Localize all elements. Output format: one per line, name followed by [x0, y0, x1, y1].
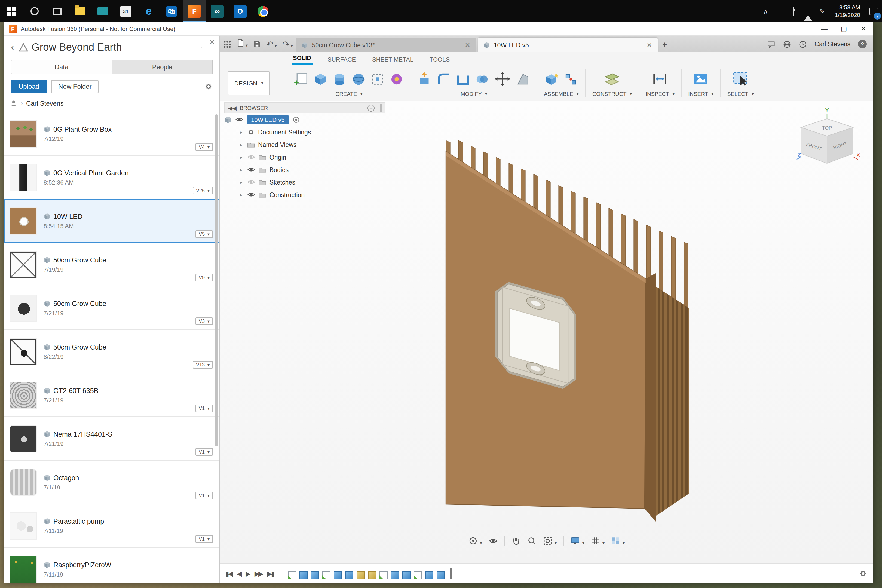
shell-icon[interactable] — [456, 72, 470, 86]
orbit-tool[interactable]: ▾ — [468, 536, 482, 545]
close-tab-icon[interactable]: ✕ — [647, 41, 652, 49]
version-dropdown[interactable]: V4▾ — [195, 143, 213, 151]
version-dropdown[interactable]: V1▾ — [195, 448, 213, 456]
browser-row-bodies[interactable]: ▸ Bodies — [224, 164, 386, 176]
browser-row-sketches[interactable]: ▸ Sketches — [224, 176, 386, 188]
inspect-menu[interactable]: INSPECT▾ — [645, 91, 675, 97]
task-view-button[interactable] — [46, 0, 69, 22]
list-item[interactable]: 50cm Grow Cube7/21/19 V3▾ — [4, 286, 219, 330]
teams-button[interactable]: ∞ — [206, 0, 229, 22]
timeline-position-marker[interactable] — [450, 568, 452, 579]
version-dropdown[interactable]: V5▾ — [195, 230, 213, 238]
back-arrow-icon[interactable]: ‹ — [8, 42, 17, 53]
file-explorer-button[interactable] — [69, 0, 92, 22]
chrome-button[interactable] — [252, 0, 274, 22]
fillet-icon[interactable] — [436, 72, 452, 86]
eye-icon[interactable] — [247, 165, 255, 174]
move-copy-icon[interactable] — [494, 70, 511, 88]
expander-icon[interactable]: ▸ — [238, 192, 244, 197]
timeline-fillet-feature[interactable] — [368, 571, 376, 579]
pan-tool[interactable] — [512, 536, 521, 545]
select-tool-icon[interactable] — [732, 70, 749, 88]
construct-menu[interactable]: CONSTRUCT▾ — [592, 91, 632, 97]
version-dropdown[interactable]: V1▾ — [195, 492, 213, 499]
store-button[interactable]: 🛍 — [160, 0, 183, 22]
activate-component-icon[interactable] — [292, 116, 300, 123]
list-item[interactable]: 0G Plant Grow Box7/12/19 V4▾ — [4, 112, 219, 156]
timeline-extrude-feature[interactable] — [425, 571, 433, 579]
list-item[interactable]: Nema 17HS4401-S7/21/19 V1▾ — [4, 417, 219, 460]
edge-button[interactable]: e — [137, 0, 160, 22]
account-user-name[interactable]: Carl Stevens — [814, 41, 850, 47]
create-sketch-icon[interactable] — [294, 72, 309, 86]
timeline-extrude-feature[interactable] — [391, 571, 399, 579]
help-icon[interactable]: ? — [858, 40, 867, 48]
maximize-button[interactable]: ▢ — [834, 22, 854, 35]
grid-and-snaps[interactable]: ▾ — [591, 536, 604, 545]
timeline-play-button[interactable]: ▶ — [246, 570, 249, 578]
list-item[interactable]: 50cm Grow Cube7/19/19 V9▾ — [4, 243, 219, 286]
design-dropdown[interactable]: DESIGN▾ — [228, 71, 270, 95]
tab-sheet-metal[interactable]: SHEET METAL — [371, 54, 414, 65]
list-item[interactable]: RaspberryPiZeroW7/11/19 — [4, 548, 219, 583]
select-menu[interactable]: SELECT▾ — [727, 91, 754, 97]
comments-icon[interactable] — [767, 40, 775, 48]
expander-icon[interactable]: ▸ — [238, 154, 244, 160]
timeline-sketch-feature[interactable] — [414, 571, 422, 579]
panel-settings-gear-icon[interactable] — [204, 82, 213, 91]
version-dropdown[interactable]: V1▾ — [195, 405, 213, 412]
box-icon[interactable] — [313, 72, 328, 86]
combine-icon[interactable] — [475, 72, 489, 86]
document-tab-active[interactable]: 10W LED v5 ✕ — [478, 38, 658, 52]
view-cube[interactable]: Y TOP FRONT RIGHT Z X — [796, 107, 861, 168]
browser-row-construction[interactable]: ▸ Construction — [224, 188, 386, 201]
timeline-sketch-feature[interactable] — [322, 571, 330, 579]
list-item[interactable]: 50cm Grow Cube8/22/19 V13▾ — [4, 330, 219, 374]
file-menu[interactable]: ▾ — [237, 39, 248, 49]
search-button[interactable] — [23, 0, 46, 22]
browser-row-document-settings[interactable]: ▸ Document Settings — [224, 126, 386, 138]
zoom-tool[interactable] — [527, 536, 537, 545]
tab-people[interactable]: People — [112, 60, 212, 74]
new-folder-button[interactable]: New Folder — [51, 80, 99, 93]
timeline-sketch-feature[interactable] — [379, 571, 387, 579]
tab-data[interactable]: Data — [11, 60, 112, 74]
expander-icon[interactable]: ▸ — [238, 179, 244, 185]
version-dropdown[interactable]: V9▾ — [195, 274, 213, 282]
minimize-button[interactable]: — — [814, 22, 834, 35]
new-component-icon[interactable] — [544, 72, 559, 86]
outlook-button[interactable]: O — [229, 0, 252, 22]
browser-root-row[interactable]: 10W LED v5 — [224, 113, 386, 126]
close-tab-icon[interactable]: ✕ — [465, 41, 470, 49]
expander-icon[interactable]: ▸ — [238, 142, 244, 147]
taskbar-clock[interactable]: 8:58 AM 1/19/2020 — [835, 4, 860, 18]
viewports-layout[interactable]: ▾ — [611, 536, 625, 545]
root-component-name[interactable]: 10W LED v5 — [247, 115, 289, 124]
insert-menu[interactable]: INSERT▾ — [688, 91, 714, 97]
browser-row-origin[interactable]: ▸ Origin — [224, 151, 386, 164]
calendar-button[interactable]: 31 — [114, 0, 137, 22]
timeline-sketch-feature[interactable] — [288, 571, 296, 579]
tab-tools[interactable]: TOOLS — [429, 54, 451, 65]
timeline-extrude-feature[interactable] — [299, 571, 308, 579]
breadcrumb-user[interactable]: Carl Stevens — [26, 100, 63, 107]
globe-icon[interactable] — [783, 40, 791, 48]
undo-button[interactable]: ↶▾ — [266, 39, 277, 49]
expander-icon[interactable]: ▸ — [238, 129, 244, 135]
insert-image-icon[interactable] — [692, 70, 710, 88]
timeline-go-to-end-button[interactable]: ▶▮ — [267, 570, 274, 578]
fusion-360-taskbar-button[interactable]: F — [183, 0, 206, 22]
timeline-step-forward-button[interactable]: ▶▶ — [255, 570, 262, 578]
pen-icon[interactable]: ✎ — [815, 8, 830, 15]
list-item[interactable]: GT2-60T-635B7/21/19 V1▾ — [4, 374, 219, 417]
close-button[interactable]: ✕ — [854, 22, 873, 35]
eye-off-icon[interactable] — [247, 178, 255, 186]
cylinder-icon[interactable] — [332, 72, 347, 86]
form-icon[interactable] — [389, 72, 404, 86]
joint-icon[interactable] — [564, 72, 578, 86]
create-menu[interactable]: CREATE▾ — [335, 91, 363, 97]
timeline-settings-gear-icon[interactable] — [859, 569, 868, 578]
assemble-menu[interactable]: ASSEMBLE▾ — [544, 91, 579, 97]
wifi-icon[interactable] — [801, 8, 815, 15]
timeline-extrude-feature[interactable] — [436, 571, 444, 579]
